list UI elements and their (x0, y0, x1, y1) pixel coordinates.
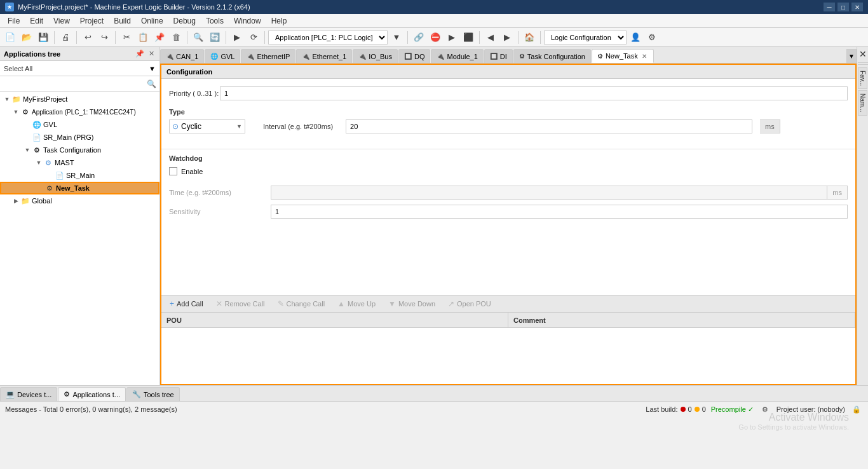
tree-application[interactable]: ▼ ⚙ Application (PLC_1: TM241CEC24T) (0, 105, 159, 118)
expand-global[interactable]: ▶ (11, 196, 20, 205)
tab-ethernetip[interactable]: 🔌 EthernetIP (241, 49, 295, 63)
menu-help[interactable]: Help (266, 14, 292, 28)
watchdog-sensitivity-label: Sensitivity (169, 208, 271, 215)
watchdog-enable-checkbox[interactable] (169, 167, 177, 175)
toolbar-user[interactable]: 👤 (628, 30, 643, 45)
add-call-button[interactable]: + Add Call (164, 297, 209, 311)
pin-button[interactable]: 📌 (135, 50, 144, 58)
select-all-arrow[interactable]: ▼ (149, 65, 156, 72)
tree-project[interactable]: ▼ 📁 MyFirstProject (0, 93, 159, 105)
sidebar-close-btn[interactable]: ✕ (857, 48, 869, 60)
tab-iobus[interactable]: 🔌 IO_Bus (353, 49, 398, 63)
toolbar-login[interactable]: ▶ (444, 30, 459, 45)
tree-sr-main-prg[interactable]: ▶ 📄 SR_Main (PRG) (0, 131, 159, 144)
menu-project[interactable]: Project (75, 14, 109, 28)
tab-dq[interactable]: 🔲 DQ (398, 49, 431, 63)
toolbar-undo[interactable]: ↩ (80, 30, 95, 45)
move-up-icon: ▲ (337, 299, 345, 308)
tab-taskconfig[interactable]: ⚙ Task Configuration (513, 49, 591, 63)
move-down-button[interactable]: ▼ Move Down (383, 297, 441, 311)
tab-module1-label: Module_1 (447, 53, 477, 60)
tab-ethernet1[interactable]: 🔌 Ethernet_1 (296, 49, 352, 63)
menu-build[interactable]: Build (109, 14, 136, 28)
type-section-label: Type (169, 108, 848, 116)
tab-can1[interactable]: 🔌 CAN_1 (160, 49, 204, 63)
toolbar-app-btn[interactable]: ▼ (389, 30, 404, 45)
tree-task-config[interactable]: ▼ ⚙ Task Configuration (0, 144, 159, 156)
bottom-tab-devices[interactable]: 💻 Devices t... (0, 387, 57, 401)
window-controls[interactable]: ─ □ ✕ (824, 3, 863, 11)
menu-tools[interactable]: Tools (201, 14, 229, 28)
module1-icon: 🔌 (437, 53, 444, 60)
type-select[interactable]: ⊙ Cyclic ▼ (169, 119, 245, 133)
tabs-scroll-button[interactable]: ▼ (846, 49, 857, 63)
toolbar-cut[interactable]: ✂ (119, 30, 134, 45)
priority-input[interactable] (220, 86, 848, 100)
expand-application[interactable]: ▼ (11, 107, 20, 116)
tab-newtask-close[interactable]: ✕ (641, 52, 648, 60)
tab-module1[interactable]: 🔌 Module_1 (431, 49, 483, 63)
precompile-settings-btn[interactable]: ⚙ (759, 403, 771, 416)
toolbar-portal[interactable]: 🏠 (522, 30, 537, 45)
toolbar-connect[interactable]: 🔗 (411, 30, 426, 45)
remove-call-button[interactable]: ✕ Remove Call (210, 297, 271, 311)
toolbar-forward[interactable]: ▶ (499, 30, 515, 45)
tree-sr-main[interactable]: ▶ 📄 SR_Main (0, 169, 159, 182)
tab-newtask[interactable]: ⚙ New_Task ✕ (592, 49, 654, 63)
interval-input[interactable] (346, 119, 752, 133)
change-call-button[interactable]: ✎ Change Call (272, 297, 331, 311)
toolbar-new[interactable]: 📄 (3, 30, 18, 45)
toolbar-paste[interactable]: 📌 (152, 30, 167, 45)
toolbar-copy[interactable]: 📋 (135, 30, 151, 45)
bottom-tab-applications[interactable]: ⚙ Applications t... (58, 387, 126, 401)
search-input[interactable] (3, 80, 146, 88)
tree-gvl[interactable]: ▶ 🌐 GVL (0, 118, 159, 131)
panel-close-button[interactable]: ✕ (147, 50, 156, 58)
open-pou-button[interactable]: ↗ Open POU (442, 297, 497, 311)
menu-debug[interactable]: Debug (168, 14, 201, 28)
toolbar-rebuild[interactable]: ⟳ (246, 30, 261, 45)
priority-row: Priority ( 0..31 ): (169, 86, 848, 100)
close-button[interactable]: ✕ (851, 3, 863, 11)
toolbar-redo[interactable]: ↪ (97, 30, 112, 45)
watchdog-time-input[interactable] (271, 186, 827, 200)
search-button[interactable]: 🔍 (146, 78, 157, 90)
tab-di[interactable]: 🔲 DI (484, 49, 513, 63)
menu-view[interactable]: View (48, 14, 75, 28)
toolbar-build[interactable]: ▶ (229, 30, 245, 45)
menu-edit[interactable]: Edit (25, 14, 48, 28)
remove-call-icon: ✕ (216, 299, 222, 308)
maximize-button[interactable]: □ (837, 3, 849, 11)
toolbar-back[interactable]: ◀ (483, 30, 498, 45)
status-btn[interactable]: 🔒 (850, 403, 863, 416)
bottom-tab-tools[interactable]: 🔧 Tools tree (126, 387, 180, 401)
tree-new-task[interactable]: ▶ ⚙ New_Task (0, 182, 159, 194)
move-up-button[interactable]: ▲ Move Up (332, 297, 381, 311)
expand-project[interactable]: ▼ (3, 95, 11, 104)
tab-gvl[interactable]: 🌐 GVL (205, 49, 240, 63)
pou-col-comment-label: Comment (513, 316, 546, 324)
menu-online[interactable]: Online (136, 14, 168, 28)
application-dropdown[interactable]: Application [PLC_1: PLC Logic] (268, 31, 388, 44)
toolbar-disconnect[interactable]: ⛔ (428, 30, 443, 45)
fav-label[interactable]: Fav... (858, 67, 867, 89)
expand-task-config[interactable]: ▼ (23, 146, 32, 154)
watchdog-sensitivity-input[interactable] (271, 205, 848, 219)
toolbar-replace[interactable]: 🔄 (207, 30, 222, 45)
expand-mast[interactable]: ▼ (34, 158, 43, 167)
nam-label[interactable]: Nam... (858, 90, 867, 115)
toolbar-save[interactable]: 💾 (36, 30, 51, 45)
menu-file[interactable]: File (3, 14, 25, 28)
toolbar-find[interactable]: 🔍 (191, 30, 206, 45)
toolbar-print[interactable]: 🖨 (58, 30, 73, 45)
toolbar-settings[interactable]: ⚙ (644, 30, 660, 45)
tree-global[interactable]: ▶ 📁 Global (0, 194, 159, 207)
tree-mast[interactable]: ▼ ⚙ MAST (0, 156, 159, 169)
minimize-button[interactable]: ─ (824, 3, 835, 11)
toolbar-delete[interactable]: 🗑 (168, 30, 184, 45)
toolbar-open[interactable]: 📂 (19, 30, 34, 45)
project-user-label: Project user: (nobody) (776, 405, 845, 413)
toolbar-stop[interactable]: ⬛ (461, 30, 476, 45)
config-dropdown[interactable]: Logic Configuration (544, 31, 627, 44)
menu-window[interactable]: Window (229, 14, 266, 28)
